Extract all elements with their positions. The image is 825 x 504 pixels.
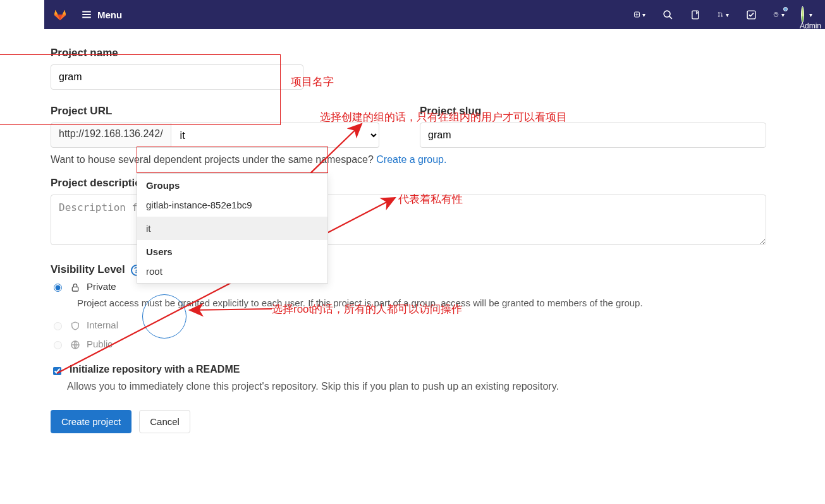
admin-label: Admin	[800, 21, 821, 30]
shield-icon	[70, 321, 80, 331]
hamburger-icon	[81, 9, 92, 20]
project-url-prefix: http://192.168.136.242/	[51, 123, 171, 148]
project-url-label: Project URL	[51, 105, 379, 117]
svg-point-1	[664, 11, 670, 17]
project-slug-input[interactable]	[420, 123, 766, 148]
notification-dot-icon	[783, 7, 788, 11]
help-dropdown-button[interactable]: ▾	[773, 9, 785, 20]
namespace-hint: Want to house several dependent projects…	[51, 154, 766, 165]
top-navbar: Menu ▾ ▾ ▾ ▾ Admin	[44, 0, 825, 29]
visibility-public-option: Public	[51, 339, 766, 350]
lock-icon	[70, 282, 80, 292]
visibility-internal-option: Internal	[51, 320, 766, 331]
svg-rect-2	[692, 11, 698, 19]
user-menu-button[interactable]: ▾	[801, 9, 812, 20]
menu-label: Menu	[97, 9, 122, 20]
svg-point-3	[718, 12, 719, 13]
search-icon	[663, 9, 673, 20]
todo-icon	[746, 9, 757, 20]
svg-line-13	[190, 309, 272, 310]
svg-point-5	[721, 16, 723, 17]
initialize-readme-desc: Allows you to immediately clone this pro…	[67, 381, 766, 392]
namespace-select[interactable]: it	[171, 123, 379, 148]
new-dropdown-button[interactable]: ▾	[634, 9, 645, 20]
dropdown-item-user1[interactable]: root	[137, 260, 327, 283]
visibility-internal-radio	[54, 322, 62, 330]
dropdown-groups-header: Groups	[137, 174, 327, 193]
project-name-input[interactable]	[51, 64, 303, 90]
globe-icon	[70, 340, 80, 350]
dropdown-item-group1[interactable]: gitlab-instance-852e1bc9	[137, 193, 327, 217]
visibility-private-desc: Project access must be granted explicitl…	[77, 297, 709, 308]
project-name-label: Project name	[51, 47, 766, 59]
cancel-button[interactable]: Cancel	[139, 410, 190, 433]
visibility-private-radio[interactable]	[54, 284, 62, 292]
gitlab-logo-icon[interactable]	[53, 8, 67, 21]
merge-icon	[718, 9, 723, 20]
help-icon	[773, 9, 779, 20]
menu-button[interactable]: Menu	[81, 9, 122, 20]
merge-requests-button[interactable]: ▾	[718, 9, 729, 20]
search-button[interactable]	[662, 9, 673, 20]
todos-button[interactable]	[745, 9, 757, 20]
initialize-readme-checkbox[interactable]	[53, 367, 61, 375]
plus-square-icon	[634, 9, 640, 20]
create-group-link[interactable]: Create a group.	[376, 154, 446, 165]
svg-point-8	[776, 16, 776, 16]
topbar-actions: ▾ ▾ ▾ ▾	[634, 9, 816, 20]
visibility-public-radio	[54, 341, 62, 349]
svg-rect-9	[72, 287, 78, 291]
create-project-button[interactable]: Create project	[51, 410, 131, 433]
issues-icon	[690, 9, 701, 20]
dropdown-users-header: Users	[137, 240, 327, 260]
svg-point-4	[718, 16, 719, 17]
dropdown-item-group2[interactable]: it	[137, 217, 327, 240]
project-slug-label: Project slug	[420, 105, 766, 117]
avatar-icon	[801, 6, 804, 23]
initialize-readme-row[interactable]: Initialize repository with a README	[51, 364, 766, 377]
initialize-readme-label: Initialize repository with a README	[70, 364, 240, 375]
namespace-dropdown-panel: Groups gitlab-instance-852e1bc9 it Users…	[137, 173, 328, 284]
issues-button[interactable]	[690, 9, 701, 20]
